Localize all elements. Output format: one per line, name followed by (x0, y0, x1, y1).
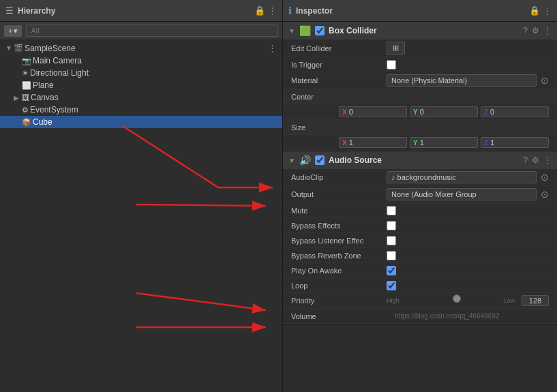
audio-settings-icon[interactable]: ⚙ (532, 155, 539, 165)
audio-source-icon: 🔊 (299, 155, 311, 166)
more-icon[interactable]: ⋮ (268, 5, 277, 16)
bypass-listener-checkbox[interactable] (387, 236, 396, 245)
size-y-field[interactable]: Y (410, 137, 478, 148)
audio-source-header[interactable]: ▼ 🔊 Audio Source ? ⚙ ⋮ (283, 151, 557, 169)
settings-icon[interactable]: ⚙ (532, 26, 539, 35)
directional-light-label: Directional Light (30, 68, 89, 78)
cube-label: Cube (33, 117, 52, 127)
is-trigger-row: Is Trigger (283, 57, 557, 72)
box-collider-enabled[interactable] (315, 26, 325, 35)
output-row: Output None (Audio Mixer Group ⊙ (283, 186, 557, 203)
box-collider-title: Box Collider (329, 26, 519, 35)
center-y-field[interactable]: Y (410, 106, 478, 117)
bypass-reverb-label: Bypass Reverb Zone (291, 252, 387, 260)
bypass-effects-checkbox[interactable] (387, 221, 396, 230)
material-pick-btn[interactable]: ⊙ (541, 75, 549, 86)
y-axis-label: Y (413, 108, 418, 116)
priority-row: Priority High Low 128 (283, 293, 557, 309)
audio-source-section: ▼ 🔊 Audio Source ? ⚙ ⋮ AudioClip ♪ (283, 151, 557, 325)
audioclip-value: ♪ backgroundmusic ⊙ (387, 171, 549, 183)
hierarchy-toolbar: + ▾ (0, 22, 282, 40)
material-value: None (Physic Material) ⊙ (387, 74, 549, 87)
audio-source-enabled[interactable] (315, 155, 325, 165)
center-z-field[interactable]: Z (481, 106, 549, 117)
inspector-lock-icon[interactable]: 🔒 (529, 5, 540, 16)
add-button[interactable]: + ▾ (4, 25, 22, 37)
main-camera-label: Main Camera (33, 56, 82, 65)
material-field-text: None (Physic Material) (391, 76, 467, 85)
mute-checkbox[interactable] (387, 206, 396, 215)
canvas-label: Canvas (31, 93, 59, 102)
size-xyz-row: X Y Z (283, 135, 557, 151)
box-collider-actions: ? ⚙ ⋮ (523, 26, 552, 35)
audio-expand-icon: ▼ (288, 157, 295, 164)
bypass-reverb-checkbox[interactable] (387, 251, 396, 260)
center-y-input[interactable] (420, 108, 440, 116)
audio-help-icon[interactable]: ? (523, 155, 528, 165)
bypass-listener-label: Bypass Listener Effec (291, 237, 387, 245)
priority-low-label: Low (503, 297, 515, 304)
priority-high-label: High (387, 297, 400, 304)
priority-slider-thumb[interactable] (453, 295, 461, 303)
audio-source-actions: ? ⚙ ⋮ (523, 155, 552, 165)
output-field[interactable]: None (Audio Mixer Group (387, 188, 537, 200)
edit-collider-btn[interactable]: ⊞ (387, 42, 405, 55)
expand-arrow: ▶ (14, 94, 22, 102)
search-input[interactable] (26, 25, 278, 37)
box-collider-header[interactable]: ▼ 🟩 Box Collider ? ⚙ ⋮ (283, 22, 557, 40)
hierarchy-item-eventsystem[interactable]: ⚙ EventSystem (0, 104, 282, 116)
hierarchy-item-plane[interactable]: ⬜ Plane (0, 79, 282, 91)
camera-icon: 📷 (22, 57, 31, 65)
box-collider-icon: 🟩 (299, 25, 311, 36)
scene-item-samplescene[interactable]: ▼ 🎬 SampleScene ⋮ (0, 42, 282, 55)
size-x-input[interactable] (349, 138, 370, 147)
hierarchy-item-cube[interactable]: 📦 Cube (0, 116, 282, 128)
edit-collider-value: ⊞ (387, 42, 549, 55)
add-label: ▾ (14, 27, 18, 35)
hierarchy-item-main-camera[interactable]: 📷 Main Camera (0, 55, 282, 67)
center-x-input[interactable] (349, 108, 370, 116)
eventsystem-icon: ⚙ (22, 106, 29, 115)
z-axis-label: Z (484, 108, 488, 116)
output-value: None (Audio Mixer Group ⊙ (387, 188, 549, 200)
audio-more-icon[interactable]: ⋮ (543, 155, 552, 165)
play-on-awake-checkbox[interactable] (387, 266, 396, 275)
help-icon[interactable]: ? (523, 26, 528, 35)
inspector-header: ℹ Inspector 🔒 ⋮ (283, 0, 557, 22)
inspector-content: ▼ 🟩 Box Collider ? ⚙ ⋮ Edit Collider (283, 22, 557, 392)
y-axis-label-2: Y (413, 139, 418, 147)
audioclip-pick-btn[interactable]: ⊙ (541, 172, 549, 183)
hierarchy-panel: ☰ Hierarchy 🔒 ⋮ + ▾ ▼ 🎬 SampleScene ⋮ (0, 0, 283, 392)
size-x-field[interactable]: X (339, 137, 407, 148)
hierarchy-item-directional-light[interactable]: ☀ Directional Light (0, 67, 282, 79)
audioclip-field-text: ♪ backgroundmusic (391, 173, 456, 181)
light-icon: ☀ (22, 69, 29, 78)
loop-checkbox[interactable] (387, 281, 396, 290)
lock-icon[interactable]: 🔒 (254, 5, 265, 16)
bypass-effects-label: Bypass Effects (291, 222, 387, 230)
inspector-more-icon[interactable]: ⋮ (543, 5, 552, 16)
collider-expand-icon: ▼ (288, 27, 295, 35)
center-z-input[interactable] (490, 108, 511, 116)
inspector-header-actions: 🔒 ⋮ (529, 5, 552, 16)
volume-row: Volume https://blog.csdn.net/qq_46649692 (283, 309, 557, 324)
more-options-icon[interactable]: ⋮ (543, 26, 552, 35)
plus-icon: + (8, 27, 12, 35)
x-axis-label: X (342, 108, 347, 116)
scene-more-icon[interactable]: ⋮ (268, 43, 277, 53)
cube-icon: 📦 (22, 118, 31, 127)
plane-icon: ⬜ (22, 81, 31, 90)
bypass-effects-row: Bypass Effects (283, 218, 557, 233)
material-field[interactable]: None (Physic Material) (387, 74, 537, 87)
center-x-field[interactable]: X (339, 106, 407, 117)
mute-row: Mute (283, 203, 557, 218)
size-z-input[interactable] (490, 138, 511, 147)
size-y-input[interactable] (420, 138, 440, 147)
is-trigger-checkbox[interactable] (387, 60, 396, 70)
audioclip-field[interactable]: ♪ backgroundmusic (387, 171, 537, 183)
audioclip-row: AudioClip ♪ backgroundmusic ⊙ (283, 169, 557, 186)
volume-value: https://blog.csdn.net/qq_46649692 (387, 311, 549, 321)
hierarchy-item-canvas[interactable]: ▶ 🖼 Canvas (0, 91, 282, 104)
output-pick-btn[interactable]: ⊙ (541, 189, 549, 200)
size-z-field[interactable]: Z (481, 137, 549, 148)
